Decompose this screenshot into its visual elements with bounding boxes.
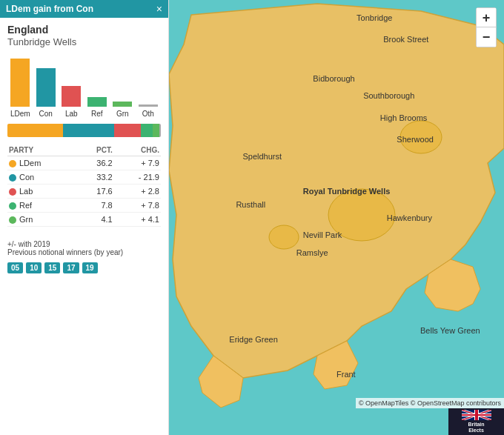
table-row-grn: Grn4.1+ 4.1 <box>7 213 161 227</box>
bar-ldem <box>9 59 32 107</box>
party-label-con: Con <box>35 110 58 118</box>
vote-share-seg-oth <box>159 124 161 137</box>
footer-note1: +/- with 2019 <box>7 240 161 248</box>
cell-party-ref: Ref <box>7 199 76 213</box>
col-pct: PCT. <box>76 145 114 156</box>
cell-chg-lab: + 2.8 <box>114 185 161 199</box>
location-region: England <box>7 24 161 36</box>
cell-chg-ldem: + 7.9 <box>114 156 161 170</box>
cell-pct-ref: 7.8 <box>76 199 114 213</box>
bar-chart <box>7 55 161 107</box>
results-table: PARTY PCT. CHG. LDem36.2+ 7.9Con33.2- 21… <box>7 145 161 227</box>
vote-share-bar <box>7 124 161 137</box>
cell-chg-ref: + 7.8 <box>114 199 161 213</box>
party-label-ref: Ref <box>86 110 109 118</box>
bar-ref <box>86 97 109 107</box>
tooltip-title: LDem gain from Con <box>6 4 93 14</box>
table-row-ref: Ref7.8+ 7.8 <box>7 199 161 213</box>
britelects-text: Britain Elects <box>468 422 484 433</box>
bar-grn <box>111 102 134 107</box>
table-row-con: Con33.2- 21.9 <box>7 170 161 185</box>
vote-share-seg-grn <box>153 124 159 137</box>
svg-rect-11 <box>462 414 491 416</box>
cell-chg-con: - 21.9 <box>114 170 161 185</box>
year-badge-15[interactable]: 15 <box>44 262 60 273</box>
party-labels-row: LDemConLabRefGrnOth <box>7 110 161 118</box>
close-button[interactable]: × <box>156 4 162 14</box>
bar-con <box>35 68 58 107</box>
col-chg: CHG. <box>114 145 161 156</box>
party-label-ldem: LDem <box>9 110 32 118</box>
map-attribution: © OpenMapTiles © OpenStreetMap contribut… <box>356 398 504 408</box>
cell-pct-con: 33.2 <box>76 170 114 185</box>
vote-share-seg-ref <box>141 124 153 137</box>
cell-party-lab: Lab <box>7 185 76 199</box>
cell-pct-ldem: 36.2 <box>76 156 114 170</box>
table-row-lab: Lab17.6+ 2.8 <box>7 185 161 199</box>
britelects-logo: Britain Elects <box>448 408 504 435</box>
sidebar-footer: +/- with 2019 Previous notional winners … <box>0 240 168 256</box>
table-row-ldem: LDem36.2+ 7.9 <box>7 156 161 170</box>
year-badge-10[interactable]: 10 <box>26 262 42 273</box>
cell-party-ldem: LDem <box>7 156 76 170</box>
party-label-grn: Grn <box>111 110 134 118</box>
party-label-lab: Lab <box>60 110 83 118</box>
cell-chg-grn: + 4.1 <box>114 213 161 227</box>
location-constituency: Tunbridge Wells <box>7 36 161 47</box>
year-badge-19[interactable]: 19 <box>82 262 98 273</box>
zoom-controls: + − <box>476 7 497 47</box>
svg-point-0 <box>328 189 395 241</box>
svg-point-2 <box>269 225 299 249</box>
bar-lab <box>60 86 83 107</box>
cell-pct-grn: 4.1 <box>76 213 114 227</box>
party-label-oth: Oth <box>137 110 160 118</box>
vote-share-seg-con <box>63 124 114 137</box>
cell-pct-lab: 17.6 <box>76 185 114 199</box>
vote-share-seg-ldem <box>7 124 63 137</box>
bar-oth <box>137 104 160 107</box>
sidebar-panel: LDem gain from Con × England Tunbridge W… <box>0 0 169 435</box>
cell-party-con: Con <box>7 170 76 185</box>
vote-share-seg-lab <box>114 124 141 137</box>
footer-note2: Previous notional winners (by year) <box>7 248 161 256</box>
year-badge-05[interactable]: 05 <box>7 262 23 273</box>
tooltip-header: LDem gain from Con × <box>0 0 168 18</box>
year-badges-container: 0510151719 <box>0 262 168 273</box>
col-party: PARTY <box>7 145 76 156</box>
cell-party-grn: Grn <box>7 213 76 227</box>
svg-point-1 <box>400 121 442 153</box>
year-badge-17[interactable]: 17 <box>63 262 79 273</box>
zoom-out-button[interactable]: − <box>477 27 496 47</box>
map-container: Tonbridge Brook Street Bidborough Southb… <box>169 0 504 435</box>
zoom-in-button[interactable]: + <box>477 8 496 27</box>
